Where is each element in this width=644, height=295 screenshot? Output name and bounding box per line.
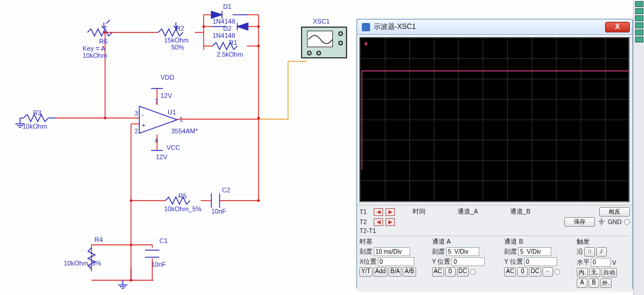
oscilloscope-screen[interactable]: ▼ bbox=[359, 37, 630, 202]
svg-point-61 bbox=[130, 244, 133, 247]
label-xsc1: XSC1 bbox=[313, 18, 330, 25]
chb-scale-label: 刻度 bbox=[504, 248, 517, 256]
palette-item[interactable] bbox=[635, 15, 643, 21]
trigger-auto-button[interactable]: 自动 bbox=[601, 268, 617, 277]
cha-scale-label: 刻度 bbox=[432, 248, 445, 256]
label-pin1: 1 bbox=[179, 116, 183, 123]
schematic-canvas[interactable]: - + D1 1N4148 D2 1N4148 R1 2.5kOhm R2 15… bbox=[0, 0, 644, 295]
xsc1-port-gnd[interactable] bbox=[338, 41, 343, 45]
label-r3-val: 10kOhm bbox=[22, 123, 47, 130]
svg-point-55 bbox=[104, 31, 107, 34]
timebase-xpos-label: X位置 bbox=[359, 258, 377, 266]
label-vcc-val: 12V bbox=[156, 153, 168, 160]
label-c1-ref: C1 bbox=[159, 237, 168, 244]
label-c1-val: 10nF bbox=[151, 261, 166, 268]
svg-point-59 bbox=[257, 199, 260, 202]
add-button[interactable]: Add bbox=[374, 267, 388, 277]
svg-point-57 bbox=[257, 45, 260, 48]
chb-port[interactable] bbox=[554, 269, 560, 275]
oscilloscope-icon bbox=[362, 23, 370, 31]
cha-ypos-input[interactable] bbox=[452, 257, 485, 266]
level-unit: V bbox=[612, 259, 616, 266]
col-chb: 通道_B bbox=[510, 208, 531, 216]
chb-dc-button[interactable]: DC bbox=[529, 267, 541, 277]
instrument-xsc1[interactable] bbox=[301, 27, 347, 58]
cha-scale-input[interactable] bbox=[446, 247, 479, 256]
palette-item[interactable] bbox=[635, 8, 643, 14]
svg-point-58 bbox=[257, 117, 260, 120]
svg-point-60 bbox=[130, 199, 133, 202]
diff-label: T2-T1 bbox=[359, 227, 376, 234]
cha-zero-button[interactable]: 0 bbox=[445, 267, 456, 277]
cha-ac-button[interactable]: AC bbox=[432, 267, 444, 277]
svg-point-62 bbox=[130, 279, 133, 282]
label-pin2: 2 bbox=[135, 127, 138, 135]
close-button[interactable]: X bbox=[605, 22, 630, 32]
gnd-port[interactable] bbox=[624, 219, 630, 225]
save-button[interactable]: 保存 bbox=[564, 217, 595, 227]
cha-dc-button[interactable]: DC bbox=[457, 267, 469, 277]
oscilloscope-titlebar[interactable]: 示波器-XSC1 X bbox=[357, 19, 632, 35]
label-r5-val: 10kOhm_5% bbox=[164, 205, 202, 212]
trigger-a-button[interactable]: A bbox=[577, 278, 587, 288]
trigger-ext-button[interactable]: 外. bbox=[600, 278, 612, 288]
cha-port[interactable] bbox=[470, 269, 476, 275]
label-c2-val: 10nF bbox=[211, 208, 226, 215]
sidebar-palette[interactable] bbox=[633, 0, 644, 295]
chb-header: 通道 B bbox=[504, 238, 574, 246]
col-cha: 通道_A bbox=[457, 208, 478, 216]
t2-right-button[interactable]: ▶ bbox=[385, 218, 395, 226]
trigger-level-input[interactable] bbox=[591, 258, 611, 267]
label-r2-ref: R2 bbox=[176, 25, 184, 32]
chb-scale-input[interactable] bbox=[518, 247, 551, 256]
chb-minus-button[interactable]: - bbox=[542, 267, 553, 277]
gnd-icon bbox=[597, 218, 606, 226]
oscilloscope-controls: T1 ◀ ▶ 时间 通道_A 通道_B 相反 T2 ◀ ▶ 保存 GND T2-… bbox=[357, 205, 632, 290]
t2-left-button[interactable]: ◀ bbox=[374, 218, 383, 226]
svg-point-63 bbox=[202, 25, 205, 28]
xsc1-port-a[interactable] bbox=[307, 51, 312, 55]
channel-b-section: 通道 B 刻度 Y 位置 AC 0 DC - bbox=[504, 238, 574, 288]
label-d2-model: 1N4148 bbox=[213, 32, 236, 39]
trigger-none-button[interactable]: 无. bbox=[589, 268, 600, 277]
label-vdd-val: 12V bbox=[161, 92, 172, 99]
oscilloscope-window[interactable]: 示波器-XSC1 X ▼ bbox=[357, 19, 633, 289]
label-d2-ref: D2 bbox=[223, 25, 231, 32]
timebase-xpos-input[interactable] bbox=[378, 257, 414, 266]
channel-a-section: 通道 A 刻度 Y 位置 AC 0 DC bbox=[432, 238, 502, 288]
t1-right-button[interactable]: ▶ bbox=[385, 208, 395, 216]
ba-button[interactable]: B/A bbox=[388, 267, 401, 277]
trigger-inside-button[interactable]: 内. bbox=[577, 268, 588, 277]
level-label: 水平 bbox=[577, 258, 590, 267]
label-r1-ref: R1 bbox=[229, 39, 237, 46]
instrument-xsc1-screen bbox=[307, 31, 333, 47]
palette-item[interactable] bbox=[635, 37, 643, 42]
palette-item[interactable] bbox=[635, 30, 643, 35]
chb-ypos-input[interactable] bbox=[524, 257, 557, 266]
palette-item[interactable] bbox=[635, 1, 643, 7]
label-d1-model: 1N4148 bbox=[213, 18, 236, 25]
xsc1-port-b[interactable] bbox=[316, 51, 321, 55]
label-r6-ref: R6 bbox=[99, 38, 107, 45]
chb-zero-button[interactable]: 0 bbox=[517, 267, 528, 277]
falling-edge-button[interactable]: ⎎ bbox=[596, 247, 607, 257]
cha-header: 通道 A bbox=[432, 238, 502, 246]
yt-button[interactable]: Y/T bbox=[359, 267, 372, 277]
trigger-b-button[interactable]: B bbox=[589, 278, 599, 288]
rising-edge-button[interactable]: ⎍ bbox=[584, 247, 595, 257]
trigger-section: 触发 沿 ⎍ ⎎ 水平 V 内. 无. 自动 bbox=[577, 238, 630, 288]
xsc1-port-ext[interactable] bbox=[338, 31, 343, 36]
reverse-button[interactable]: 相反 bbox=[599, 207, 630, 217]
palette-item[interactable] bbox=[635, 22, 643, 28]
t1-left-button[interactable]: ◀ bbox=[374, 208, 383, 216]
svg-point-64 bbox=[257, 25, 260, 28]
label-r4-val: 10kOhm_5% bbox=[64, 260, 102, 267]
col-time: 时间 bbox=[413, 208, 426, 216]
svg-point-56 bbox=[104, 117, 107, 120]
trigger-header: 触发 bbox=[577, 238, 630, 246]
chb-ac-button[interactable]: AC bbox=[504, 267, 516, 277]
label-vcc: VCC bbox=[166, 144, 180, 151]
t2-label: T2 bbox=[359, 218, 367, 225]
timebase-scale-input[interactable] bbox=[374, 247, 410, 256]
ab-button[interactable]: A/B bbox=[403, 267, 416, 277]
